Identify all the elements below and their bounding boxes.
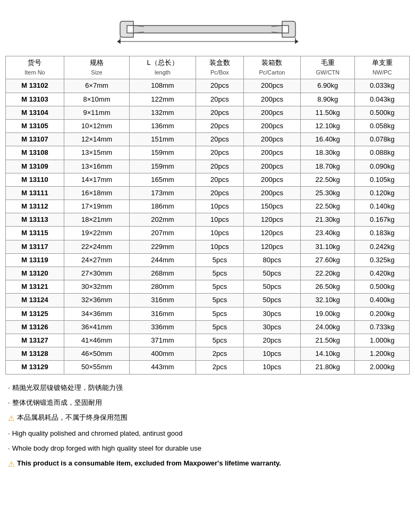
table-cell: 14.10kg <box>300 347 354 361</box>
table-cell: 20pcs <box>243 334 300 347</box>
table-cell: 2pcs <box>196 347 243 361</box>
table-cell: 10pcs <box>243 347 300 361</box>
product-table: 货号Item No规格SizeL（总长）length装盒数Pc/Box装箱数Pc… <box>5 56 410 375</box>
table-cell: 20pcs <box>196 79 243 93</box>
table-cell: 31.10kg <box>300 240 354 253</box>
table-cell: 443mm <box>130 361 196 374</box>
table-cell: M 13111 <box>6 186 64 200</box>
footer-line-0: · 精抛光双层镍镀铬处理，防锈能力强 <box>8 381 410 395</box>
table-cell: 30pcs <box>243 307 300 320</box>
table-cell: M 13104 <box>6 106 64 119</box>
table-cell: 27×30mm <box>64 267 129 280</box>
table-cell: 20pcs <box>196 119 243 132</box>
bullet: · <box>8 396 10 410</box>
table-cell: 120pcs <box>243 240 300 253</box>
table-cell: 316mm <box>130 307 196 320</box>
table-cell: 22.50kg <box>300 200 354 213</box>
table-cell: M 13107 <box>6 133 64 146</box>
footer-text: 本品属易耗品，不属于终身保用范围 <box>17 411 128 425</box>
table-cell: 0.058kg <box>355 119 410 132</box>
table-row: M 1310712×14mm151mm20pcs200pcs16.40kg0.0… <box>6 133 410 146</box>
footer-line-4: · Whole body drop forged with high quali… <box>8 442 410 455</box>
table-cell: 20pcs <box>196 186 243 200</box>
table-cell: 10pcs <box>196 200 243 213</box>
table-cell: 200pcs <box>243 173 300 186</box>
table-cell: 151mm <box>130 133 196 146</box>
table-cell: 50pcs <box>243 280 300 294</box>
table-cell: 19.00kg <box>300 307 354 320</box>
table-cell: 0.043kg <box>355 93 410 106</box>
table-cell: 0.325kg <box>355 253 410 267</box>
table-cell: 20pcs <box>196 173 243 186</box>
table-row: M 131026×7mm108mm20pcs200pcs6.90kg0.033k… <box>6 79 410 93</box>
table-row: M 1312534×36mm316mm5pcs30pcs19.00kg0.200… <box>6 307 410 320</box>
table-cell: 400mm <box>130 347 196 361</box>
table-cell: 371mm <box>130 334 196 347</box>
footer-text: High quality polished and chromed plated… <box>12 427 183 440</box>
table-cell: 14×17mm <box>64 173 129 186</box>
table-cell: 0.140kg <box>355 200 410 213</box>
table-cell: 150pcs <box>243 200 300 213</box>
footer-line-2: ⚠本品属易耗品，不属于终身保用范围 <box>8 411 410 426</box>
table-cell: M 13109 <box>6 160 64 173</box>
table-cell: 17×19mm <box>64 200 129 213</box>
table-cell: M 13119 <box>6 253 64 267</box>
table-cell: 336mm <box>130 320 196 334</box>
table-cell: M 13120 <box>6 267 64 280</box>
table-cell: 122mm <box>130 93 196 106</box>
bullet: · <box>8 381 10 395</box>
table-cell: 200pcs <box>243 106 300 119</box>
table-cell: 22.50kg <box>300 173 354 186</box>
table-cell: 10×12mm <box>64 119 129 132</box>
table-row: M 1311116×18mm173mm20pcs200pcs25.30kg0.1… <box>6 186 410 200</box>
table-cell: 0.500kg <box>355 106 410 119</box>
table-row: M 1312950×55mm443mm2pcs10pcs21.80kg2.000… <box>6 361 410 374</box>
table-cell: 10pcs <box>243 361 300 374</box>
table-cell: M 13115 <box>6 227 64 240</box>
wrench-diagram <box>5 5 410 52</box>
table-cell: 10pcs <box>196 240 243 253</box>
table-cell: 229mm <box>130 240 196 253</box>
table-cell: 21.50kg <box>300 334 354 347</box>
table-cell: 200pcs <box>243 186 300 200</box>
table-cell: 25.30kg <box>300 186 354 200</box>
table-cell: 5pcs <box>196 253 243 267</box>
table-cell: M 13112 <box>6 200 64 213</box>
table-cell: 23.40kg <box>300 227 354 240</box>
table-cell: 0.183kg <box>355 227 410 240</box>
table-cell: 200pcs <box>243 133 300 146</box>
svg-marker-6 <box>117 40 120 43</box>
table-cell: 0.090kg <box>355 160 410 173</box>
table-cell: 0.120kg <box>355 186 410 200</box>
table-cell: 0.420kg <box>355 267 410 280</box>
table-cell: 18.30kg <box>300 146 354 160</box>
table-cell: 20pcs <box>196 106 243 119</box>
column-header-1: 规格Size <box>64 56 129 79</box>
table-cell: M 13129 <box>6 361 64 374</box>
table-cell: 12.10kg <box>300 119 354 132</box>
table-cell: 120pcs <box>243 213 300 227</box>
table-cell: 5pcs <box>196 307 243 320</box>
column-header-3: 装盒数Pc/Box <box>196 56 243 79</box>
table-cell: 200pcs <box>243 160 300 173</box>
table-cell: 200pcs <box>243 93 300 106</box>
table-row: M 1311217×19mm186mm10pcs150pcs22.50kg0.1… <box>6 200 410 213</box>
table-row: M 1311924×27mm244mm5pcs80pcs27.60kg0.325… <box>6 253 410 267</box>
table-cell: 108mm <box>130 79 196 93</box>
table-cell: M 13124 <box>6 294 64 307</box>
table-cell: 159mm <box>130 160 196 173</box>
table-cell: 11.50kg <box>300 106 354 119</box>
footer-line-1: · 整体优钢锻造而成，坚固耐用 <box>8 396 410 410</box>
footer-text: 整体优钢锻造而成，坚固耐用 <box>12 396 102 410</box>
table-cell: 30pcs <box>243 320 300 334</box>
bullet: · <box>8 442 10 455</box>
table-cell: 0.733kg <box>355 320 410 334</box>
warning-icon: ⚠ <box>8 411 15 426</box>
table-cell: M 13108 <box>6 146 64 160</box>
table-row: M 1312130×32mm280mm5pcs50pcs26.50kg0.500… <box>6 280 410 294</box>
table-cell: 207mm <box>130 227 196 240</box>
table-cell: 18×21mm <box>64 213 129 227</box>
table-cell: M 13110 <box>6 173 64 186</box>
column-header-0: 货号Item No <box>6 56 64 79</box>
table-cell: 22.20kg <box>300 267 354 280</box>
